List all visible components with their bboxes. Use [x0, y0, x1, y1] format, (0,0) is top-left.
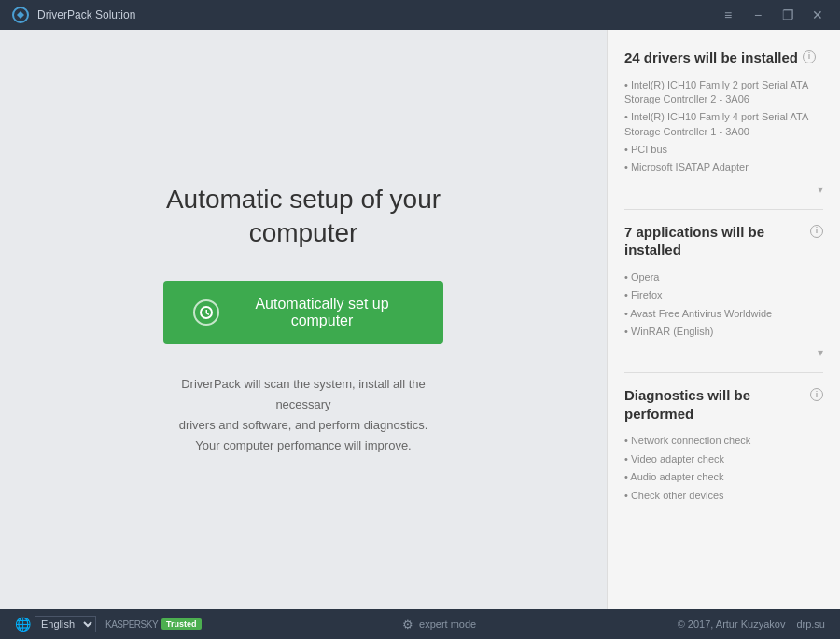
right-panel: 24 drivers will be installed i • Intel(R…	[607, 30, 840, 609]
gear-icon: ⚙	[402, 618, 413, 632]
diagnostics-title: Diagnostics will be performed	[624, 386, 805, 423]
language-selector[interactable]: 🌐 English Russian German	[15, 616, 96, 632]
main-container: Automatic setup of yourcomputer Automati…	[0, 30, 840, 609]
apps-title: 7 applications will be installed	[624, 223, 805, 259]
apps-chevron-icon[interactable]: ▾	[624, 346, 823, 359]
title-bar-controls: ≡ − ❐ ✕	[717, 4, 829, 26]
diagnostics-section: Diagnostics will be performed i • Networ…	[624, 386, 823, 505]
copyright-text: © 2017, Artur Kuzyakov	[678, 618, 786, 630]
diagnostics-items: • Network connection check • Video adapt…	[624, 432, 823, 505]
auto-setup-button[interactable]: Automatically set up computer	[163, 281, 443, 344]
apps-section: 7 applications will be installed i • Ope…	[624, 223, 823, 360]
app-logo	[11, 6, 30, 24]
expert-mode-label: expert mode	[419, 618, 476, 630]
drivers-section-header: 24 drivers will be installed i	[624, 49, 823, 67]
auto-setup-label: Automatically set up computer	[231, 296, 413, 329]
maximize-button[interactable]: ❐	[777, 4, 799, 26]
globe-icon: 🌐	[15, 617, 31, 632]
language-dropdown[interactable]: English Russian German	[35, 616, 96, 632]
list-item: • WinRAR (English)	[624, 323, 823, 340]
divider-1	[624, 209, 823, 210]
list-item: • Avast Free Antivirus Worldwide	[624, 305, 823, 323]
footer-left: 🌐 English Russian German KASPERSKY Trust…	[15, 616, 202, 632]
divider-2	[624, 372, 823, 373]
list-item: • Audio adapter check	[624, 468, 823, 486]
apps-section-header: 7 applications will be installed i	[624, 223, 823, 259]
expert-mode-button[interactable]: ⚙ expert mode	[402, 618, 476, 632]
list-item: • Video adapter check	[624, 451, 823, 468]
drivers-items: • Intel(R) ICH10 Family 2 port Serial AT…	[624, 76, 823, 177]
footer-right: © 2017, Artur Kuzyakov drp.su	[678, 618, 825, 630]
apps-info-icon[interactable]: i	[810, 225, 823, 238]
list-item: • Microsoft ISATAP Adapter	[624, 159, 823, 176]
trusted-badge: Trusted	[161, 618, 202, 630]
drivers-chevron-icon[interactable]: ▾	[624, 183, 823, 196]
list-item: • Firefox	[624, 286, 823, 304]
apps-items: • Opera • Firefox • Avast Free Antivirus…	[624, 269, 823, 341]
list-item: • Intel(R) ICH10 Family 2 port Serial AT…	[624, 76, 823, 109]
drivers-title: 24 drivers will be installed	[624, 49, 798, 67]
title-bar: DriverPack Solution ≡ − ❐ ✕	[0, 0, 840, 30]
list-item: • Intel(R) ICH10 Family 4 port Serial AT…	[624, 108, 823, 141]
menu-button[interactable]: ≡	[717, 4, 739, 26]
diagnostics-section-header: Diagnostics will be performed i	[624, 386, 823, 423]
minimize-button[interactable]: −	[747, 4, 769, 26]
close-button[interactable]: ✕	[806, 4, 829, 26]
footer: 🌐 English Russian German KASPERSKY Trust…	[0, 609, 840, 639]
list-item: • Network connection check	[624, 432, 823, 450]
list-item: • Check other devices	[624, 487, 823, 505]
main-heading: Automatic setup of yourcomputer	[166, 183, 441, 251]
drivers-info-icon[interactable]: i	[803, 50, 816, 63]
list-item: • Opera	[624, 269, 823, 286]
setup-icon	[193, 299, 219, 326]
left-panel: Automatic setup of yourcomputer Automati…	[0, 30, 607, 609]
title-bar-left: DriverPack Solution	[11, 6, 135, 24]
diagnostics-info-icon[interactable]: i	[810, 388, 823, 401]
kaspersky-logo: KASPERSKY	[105, 619, 158, 630]
drivers-section: 24 drivers will be installed i • Intel(R…	[624, 49, 823, 196]
domain-link[interactable]: drp.su	[796, 618, 825, 630]
description-text: DriverPack will scan the system, install…	[154, 374, 453, 456]
kaspersky-badge: KASPERSKY Trusted	[105, 618, 202, 630]
app-title: DriverPack Solution	[37, 8, 135, 21]
list-item: • PCI bus	[624, 141, 823, 159]
